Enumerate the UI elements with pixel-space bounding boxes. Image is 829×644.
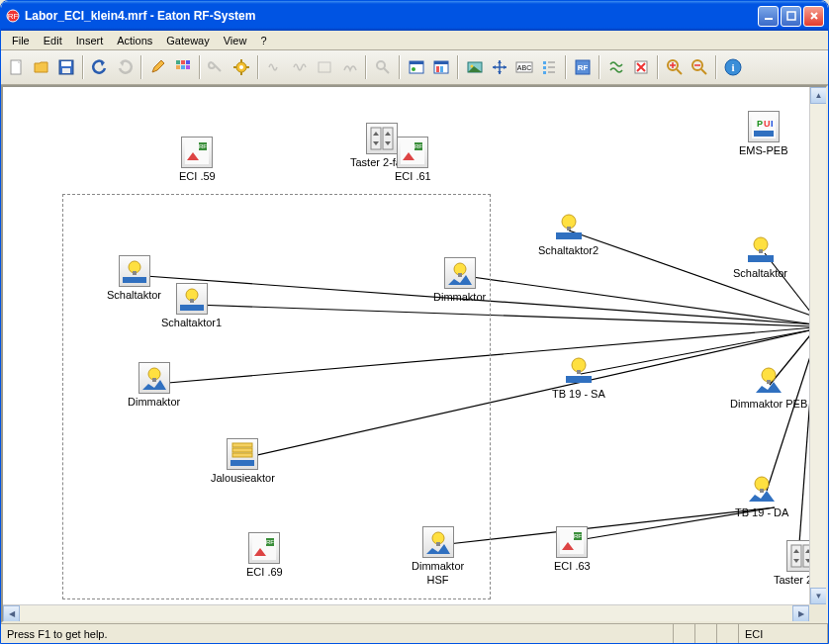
gear-button[interactable] [230,55,253,79]
svg-rect-7 [62,68,70,73]
signal1-button[interactable] [263,55,287,79]
node-jalousieaktor[interactable]: Jalousieaktor [211,438,275,484]
node-eci59[interactable]: RF ECI .59 [179,137,216,182]
node-schaltaktor1[interactable]: Schaltaktor1 [161,283,222,328]
scroll-corner [809,604,826,621]
rf-button[interactable]: RF [571,55,595,79]
svg-text:RF: RF [578,63,589,72]
svg-text:RF: RF [266,539,274,545]
svg-point-86 [754,237,768,251]
signal3-button[interactable] [313,55,336,79]
image-button[interactable] [463,55,487,79]
signal4-button[interactable] [337,55,361,79]
node-dimmaktor-peb[interactable]: Dimmaktor PEB [730,364,807,410]
search-button[interactable] [371,55,395,79]
node-dimmaktor-hsf[interactable]: Dimmaktor HSF [412,526,464,586]
node-dimmaktor-left[interactable]: Dimmaktor [128,362,180,408]
node-label: TB 19 - SA [552,388,605,400]
node-label: ECI .59 [179,170,216,182]
titlebar: RF Labor_ECI_klein4.mrf - Eaton RF-Syste… [1,1,828,31]
menu-actions[interactable]: Actions [110,33,159,48]
scroll-down-button[interactable]: ▼ [810,588,827,604]
node-tb19da[interactable]: TB 19 - DA [735,473,788,518]
drag-button[interactable] [488,55,511,79]
node-emspeb[interactable]: PUI EMS-PEB [739,111,788,156]
svg-text:i: i [731,61,734,73]
svg-rect-74 [754,131,774,137]
svg-rect-34 [543,61,546,64]
svg-rect-27 [434,61,448,64]
cancel-button[interactable] [629,55,653,79]
new-button[interactable] [5,55,29,79]
window1-button[interactable] [405,55,428,79]
svg-rect-101 [760,489,764,493]
svg-rect-84 [567,227,571,230]
menu-help[interactable]: ? [253,33,273,48]
node-schaltaktor-r[interactable]: Schaltaktor [733,233,787,279]
menu-insert[interactable]: Insert [69,33,111,48]
menu-file[interactable]: File [5,33,37,48]
signal2-button[interactable] [288,55,312,79]
redo-button[interactable] [113,55,137,79]
svg-rect-79 [190,299,194,303]
svg-text:ABC: ABC [517,64,531,71]
app-icon: RF [5,8,21,24]
menu-edit[interactable]: Edit [37,33,69,48]
statusbar: Press F1 to get help. ECI [1,623,828,643]
node-schaltaktor[interactable]: Schaltaktor [107,255,161,301]
minimize-button[interactable] [758,6,779,27]
scrollbar-horizontal[interactable]: ◀ ▶ [3,604,809,621]
canvas-area[interactable]: RF ECI .59 Taster 2-fach RF ECI .61 PUI … [1,85,828,623]
maximize-button[interactable] [781,6,801,27]
node-label: ECI .69 [246,566,283,578]
undo-button[interactable] [88,55,112,79]
scroll-up-button[interactable]: ▲ [810,87,827,104]
svg-rect-13 [186,65,190,69]
menu-view[interactable]: View [217,33,254,48]
waves-button[interactable] [604,55,628,79]
info-button[interactable]: i [721,55,745,79]
svg-rect-8 [176,60,180,64]
list-button[interactable] [537,55,561,79]
scroll-left-button[interactable]: ◀ [3,605,20,622]
svg-rect-98 [232,453,252,457]
status-slot2 [695,624,717,643]
svg-line-51 [458,275,814,324]
node-dimmaktor-top[interactable]: Dimmaktor [433,257,486,303]
close-button[interactable] [803,6,824,27]
zoom-out-button[interactable] [688,55,711,79]
grid-button[interactable] [171,55,195,79]
abc-button[interactable]: ABC [512,55,536,79]
wrench-button[interactable] [205,55,229,79]
svg-point-94 [762,368,776,382]
node-label: Jalousieaktor [211,472,275,484]
svg-rect-85 [556,232,582,239]
svg-rect-24 [410,61,423,64]
node-eci63[interactable]: RF ECI .63 [554,526,591,572]
window-title: Labor_ECI_klein4.mrf - Eaton RF-System [25,9,758,23]
node-tb19sa[interactable]: TB 19 - SA [552,354,605,400]
svg-text:I: I [771,119,774,129]
status-help: Press F1 to get help. [1,624,674,643]
save-button[interactable] [54,55,78,79]
svg-rect-12 [181,65,185,69]
menu-gateway[interactable]: Gateway [159,33,216,48]
svg-line-22 [384,68,389,73]
zoom-in-button[interactable] [663,55,687,79]
svg-rect-2 [765,18,773,20]
edit-button[interactable] [146,55,170,79]
scroll-right-button[interactable]: ▶ [792,605,809,622]
node-eci61[interactable]: RF ECI .61 [395,137,431,182]
node-label2: HSF [427,574,449,586]
window2-button[interactable] [429,55,453,79]
node-schaltaktor2[interactable]: Schaltaktor2 [538,211,599,256]
node-eci69[interactable]: RF ECI .69 [246,532,283,578]
svg-point-21 [377,61,385,69]
svg-text:P: P [757,119,763,129]
scrollbar-vertical[interactable]: ▲ ▼ [809,87,826,604]
open-button[interactable] [30,55,53,79]
svg-text:RF: RF [574,533,582,539]
svg-line-44 [677,69,682,74]
svg-rect-36 [543,71,546,74]
svg-rect-96 [232,443,252,447]
